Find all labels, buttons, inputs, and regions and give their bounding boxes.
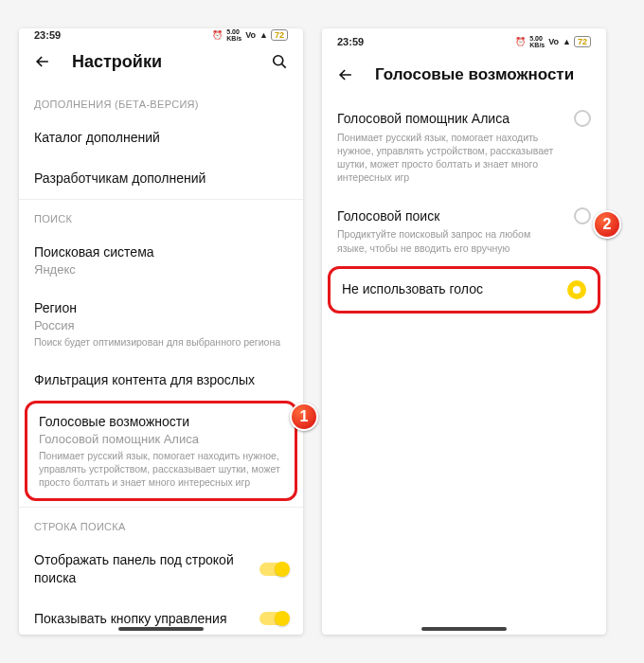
row-region[interactable]: Регион Россия Поиск будет оптимизирован … [19,288,303,360]
row-dev[interactable]: Разработчикам дополнений [19,158,303,199]
row-alice[interactable]: Голосовой помощник Алиса Понимает русски… [322,99,606,196]
toggle-switch[interactable] [259,563,288,576]
row-label: Каталог дополнений [34,129,288,147]
callout-novoice: Не использовать голос [328,266,600,314]
status-bar: 23:59 ⏰ 5.00 KB/s Vo ▲ 72 [322,28,606,55]
toggle-switch[interactable] [259,612,288,625]
row-value: Россия [34,318,288,332]
row-label: Не использовать голос [342,280,556,298]
row-label: Показывать кнопку управления [34,610,248,628]
page-title: Голосовые возможности [375,65,593,84]
annotation-badge-1: 1 [290,403,318,431]
home-indicator [118,627,204,631]
page-title: Настройки [72,52,250,72]
row-label: Фильтрация контента для взрослых [34,371,288,389]
back-icon[interactable] [32,51,53,72]
radio-button[interactable] [574,207,591,224]
header: Настройки [19,42,303,85]
radio-button-selected[interactable] [567,280,586,299]
row-label: Поисковая система [34,243,288,261]
search-icon[interactable] [269,51,290,72]
status-right: ⏰ 5.00 KB/s Vo ▲ 72 [515,35,591,48]
net-speed: 5.00 KB/s [226,28,242,42]
row-no-voice[interactable]: Не использовать голос [331,269,598,311]
row-show-panel[interactable]: Отображать панель под строкой поиска [19,540,303,599]
row-label: Отображать панель под строкой поиска [34,551,248,587]
row-voice[interactable]: Голосовые возможности Голосовой помощник… [27,403,295,498]
back-icon[interactable] [335,64,356,85]
row-value: Яндекс [34,262,288,277]
row-catalog[interactable]: Каталог дополнений [19,117,303,158]
svg-point-0 [274,56,283,65]
home-indicator [421,627,507,631]
header: Голосовые возможности [322,55,606,99]
row-note: Продиктуйте поисковый запрос на любом яз… [337,227,563,254]
row-note: Понимает русский язык, помогает находить… [337,131,563,185]
signal-icon: ▲ [563,37,570,46]
status-time: 23:59 [34,29,61,41]
section-header-bar: СТРОКА ПОИСКА [19,508,303,540]
alarm-icon: ⏰ [515,37,526,46]
row-adult-filter[interactable]: Фильтрация контента для взрослых [19,360,303,401]
battery-icon: 72 [271,29,288,41]
row-sub: Голосовой помощник Алиса [39,432,283,446]
radio-button[interactable] [574,110,591,127]
phone-right: 23:59 ⏰ 5.00 KB/s Vo ▲ 72 Голосовые возм… [322,28,606,635]
row-label: Регион [34,299,288,317]
callout-voice: Голосовые возможности Голосовой помощник… [25,401,297,501]
signal-icon: ▲ [259,30,267,40]
alarm-icon: ⏰ [212,30,223,40]
row-label: Голосовой поиск [337,207,563,225]
section-header-extensions: ДОПОЛНЕНИЯ (БЕТА-ВЕРСИЯ) [19,85,303,117]
phone-left: 23:59 ⏰ 5.00 KB/s Vo ▲ 72 Настройки ДОПО… [19,28,303,635]
row-label: Разработчикам дополнений [34,170,288,188]
row-voice-search[interactable]: Голосовой поиск Продиктуйте поисковый за… [322,196,606,266]
battery-icon: 72 [574,36,591,47]
section-header-search: ПОИСК [19,200,303,232]
row-search-engine[interactable]: Поисковая система Яндекс [19,232,303,288]
volte-icon: Vo [245,30,256,40]
status-right: ⏰ 5.00 KB/s Vo ▲ 72 [212,28,288,42]
volte-icon: Vo [548,37,559,46]
status-bar: 23:59 ⏰ 5.00 KB/s Vo ▲ 72 [19,28,303,42]
row-label: Голосовой помощник Алиса [337,110,563,128]
row-note: Понимает русский язык, помогает находить… [39,449,283,490]
net-speed: 5.00 KB/s [529,35,545,48]
row-label: Голосовые возможности [39,413,283,431]
row-note: Поиск будет оптимизирован для выбранного… [34,335,288,349]
status-time: 23:59 [337,36,364,47]
annotation-badge-2: 2 [593,210,621,239]
